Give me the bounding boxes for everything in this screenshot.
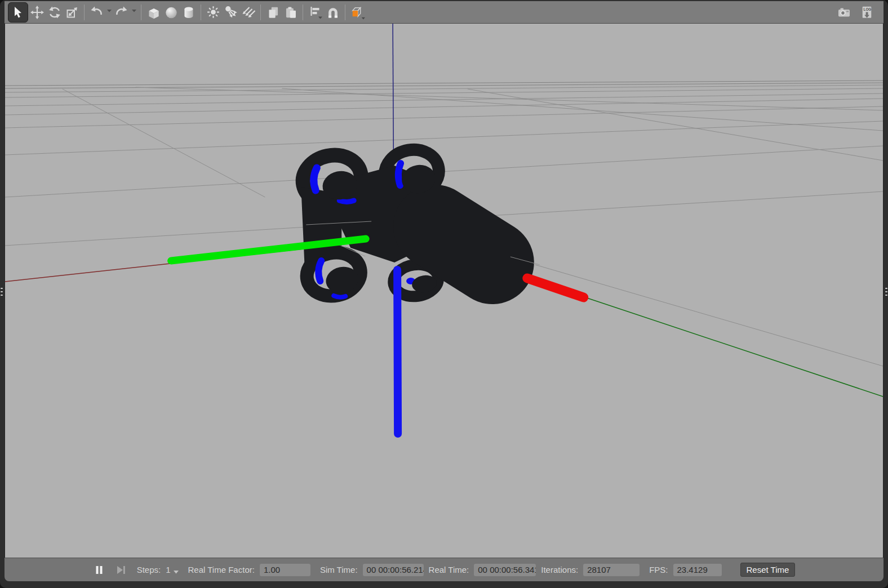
screenshot-icon: [836, 5, 852, 20]
reset-time-button[interactable]: Reset Time: [740, 563, 796, 577]
screenshot-button[interactable]: [835, 3, 853, 21]
select-icon: [11, 5, 25, 20]
real-time-field[interactable]: 00 00:00:56.341: [474, 564, 536, 576]
copy-icon: [265, 5, 281, 20]
pause-button[interactable]: [93, 564, 105, 576]
translate-button[interactable]: [28, 3, 46, 21]
toolbar-separator: [84, 5, 85, 20]
paste-icon: [283, 5, 299, 20]
toolbar-separator: [260, 5, 261, 20]
rotate-button[interactable]: [46, 3, 63, 21]
spot-light-icon: [223, 5, 238, 20]
undo-button[interactable]: [88, 3, 105, 21]
step-button[interactable]: [115, 564, 127, 576]
iterations-label: Iterations:: [541, 565, 578, 574]
simulation-statusbar: Steps: 1 Real Time Factor: 1.00 Sim Time…: [5, 558, 883, 581]
rtf-label: Real Time Factor:: [188, 565, 255, 574]
pause-icon: [94, 565, 104, 575]
snap-button[interactable]: [324, 3, 341, 21]
point-light-icon: [206, 5, 221, 20]
directional-light-icon: [239, 5, 257, 20]
toolbar-separator: [141, 5, 141, 20]
paste-button[interactable]: [282, 3, 299, 21]
copy-button[interactable]: [264, 3, 282, 21]
log-record-icon: LOG: [859, 5, 874, 20]
undo-icon: [89, 5, 104, 20]
left-panel-splitter[interactable]: [0, 284, 3, 299]
directional-light-button[interactable]: [239, 3, 257, 21]
viewport-3d[interactable]: [5, 24, 883, 558]
sim-time-label: Sim Time:: [320, 565, 358, 574]
box-icon: [146, 5, 162, 20]
chevron-down-icon: [107, 5, 112, 15]
redo-button[interactable]: [113, 3, 130, 21]
toolbar-separator: [345, 5, 345, 20]
view-angle-button[interactable]: [349, 3, 366, 21]
box-button[interactable]: [145, 3, 162, 21]
select-button[interactable]: [8, 2, 28, 23]
rtf-field[interactable]: 1.00: [260, 564, 310, 576]
main-toolbar: LOG: [5, 1, 883, 24]
iterations-field[interactable]: 28107: [583, 564, 640, 576]
sphere-icon: [163, 5, 179, 20]
fps-field[interactable]: 23.4129: [673, 564, 722, 576]
undo-menu-button[interactable]: [105, 3, 113, 21]
snap-icon: [325, 5, 341, 20]
sphere-button[interactable]: [162, 3, 180, 21]
real-time-label: Real Time:: [429, 565, 469, 574]
scale-button[interactable]: [63, 3, 81, 21]
cylinder-button[interactable]: [180, 3, 197, 21]
align-button[interactable]: [307, 3, 324, 21]
right-panel-splitter[interactable]: [885, 284, 888, 299]
toolbar-separator: [201, 5, 201, 20]
svg-text:LOG: LOG: [863, 7, 871, 11]
view-angle-icon: [349, 4, 366, 20]
align-icon: [308, 5, 323, 20]
redo-menu-button[interactable]: [130, 3, 137, 21]
rotate-icon: [47, 5, 62, 20]
scale-icon: [65, 5, 79, 20]
log-record-button[interactable]: LOG: [858, 3, 876, 21]
fuselage-cylinder: [435, 226, 492, 262]
sim-time-field[interactable]: 00 00:00:56.214: [363, 564, 424, 576]
spot-light-button[interactable]: [222, 3, 239, 21]
fps-label: FPS:: [649, 565, 668, 574]
toolbar-right-group: LOG: [835, 3, 876, 21]
steps-label: Steps:: [137, 565, 161, 574]
translate-icon: [30, 5, 45, 20]
redo-icon: [114, 5, 129, 20]
scene-render: [5, 24, 883, 558]
steps-value[interactable]: 1: [166, 565, 170, 574]
chevron-down-icon: [132, 5, 136, 15]
model-z-axis-marker: [397, 270, 398, 434]
steps-dropdown-icon[interactable]: [174, 571, 179, 574]
point-light-button[interactable]: [205, 3, 222, 21]
toolbar-separator: [303, 5, 303, 20]
cylinder-icon: [181, 5, 197, 20]
gazebo-window: LOG: [0, 0, 888, 588]
step-icon: [116, 565, 126, 575]
